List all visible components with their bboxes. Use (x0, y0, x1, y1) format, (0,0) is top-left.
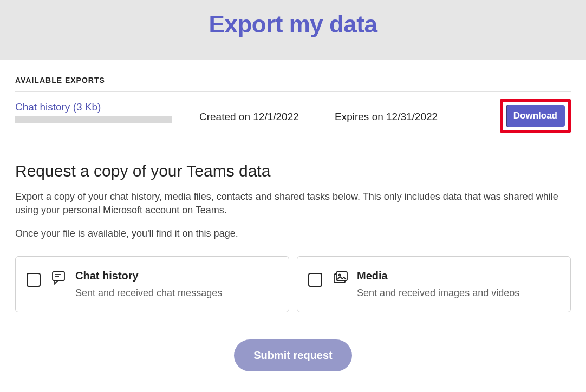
option-media[interactable]: Media Sent and received images and video… (297, 256, 571, 312)
export-expires-date: Expires on 12/31/2022 (335, 111, 494, 123)
export-name-column: Chat history (3 Kb) (15, 101, 199, 123)
download-button[interactable]: Download (506, 105, 565, 127)
download-highlight: Download (500, 99, 571, 133)
export-file-link[interactable]: Chat history (3 Kb) (15, 101, 101, 113)
option-title: Chat history (75, 270, 222, 282)
media-icon (333, 271, 349, 288)
option-text: Chat history Sent and received chat mess… (75, 270, 222, 299)
checkbox-media[interactable] (308, 273, 322, 287)
option-body: Media Sent and received images and video… (333, 270, 519, 299)
export-row: Chat history (3 Kb) Created on 12/1/2022… (15, 92, 571, 142)
options-row: Chat history Sent and received chat mess… (15, 256, 571, 312)
export-created-date: Created on 12/1/2022 (199, 111, 329, 123)
request-description-2: Once your file is available, you'll find… (15, 227, 571, 240)
option-subtitle: Sent and received images and videos (357, 288, 519, 299)
page-header: Export my data (0, 0, 586, 60)
option-text: Media Sent and received images and video… (357, 270, 519, 299)
option-body: Chat history Sent and received chat mess… (51, 270, 222, 299)
svg-rect-0 (53, 272, 64, 280)
option-chat-history[interactable]: Chat history Sent and received chat mess… (15, 256, 289, 312)
checkbox-chat-history[interactable] (27, 273, 41, 287)
submit-wrap: Submit request (15, 339, 571, 371)
option-title: Media (357, 270, 519, 282)
request-description-1: Export a copy of your chat history, medi… (15, 190, 571, 217)
submit-request-button[interactable]: Submit request (234, 339, 352, 371)
page-title: Export my data (0, 11, 586, 38)
page-content: AVAILABLE EXPORTS Chat history (3 Kb) Cr… (0, 60, 586, 371)
export-meta: Created on 12/1/2022 Expires on 12/31/20… (199, 101, 571, 133)
chat-icon (51, 271, 68, 288)
redacted-placeholder (15, 116, 172, 123)
option-subtitle: Sent and received chat messages (75, 288, 222, 299)
request-heading: Request a copy of your Teams data (15, 162, 571, 180)
available-exports-label: AVAILABLE EXPORTS (15, 60, 571, 92)
